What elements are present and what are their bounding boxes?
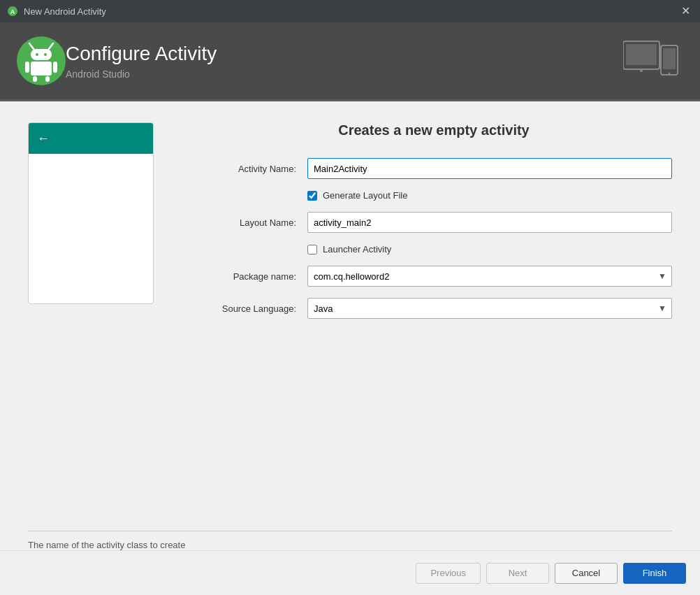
content-area: ← Creates a new empty activity Activity …	[0, 101, 700, 531]
generate-layout-checkbox[interactable]	[307, 191, 317, 201]
svg-point-18	[669, 73, 671, 75]
launcher-activity-row: Launcher Activity	[307, 244, 672, 255]
package-name-select[interactable]: com.cq.helloword2	[307, 266, 672, 287]
layout-name-input[interactable]	[307, 212, 672, 233]
svg-rect-12	[45, 76, 50, 82]
form-area: Creates a new empty activity Activity Na…	[196, 122, 672, 510]
header: Configure Activity Android Studio	[0, 22, 700, 99]
svg-point-6	[36, 53, 38, 56]
page-title: Configure Activity	[66, 42, 217, 66]
svg-point-7	[44, 53, 47, 56]
window-title: New Android Activity	[24, 6, 106, 17]
form-title: Creates a new empty activity	[196, 122, 672, 138]
android-studio-icon: A	[7, 6, 18, 17]
svg-rect-8	[31, 62, 52, 76]
close-button[interactable]: ✕	[678, 4, 693, 18]
next-button[interactable]: Next	[486, 563, 549, 584]
header-text: Configure Activity Android Studio	[66, 42, 217, 80]
layout-name-label: Layout Name:	[196, 217, 307, 228]
page-subtitle: Android Studio	[66, 69, 217, 80]
activity-name-row: Activity Name:	[196, 158, 672, 179]
package-name-label: Package name:	[196, 271, 307, 282]
main-content: ← Creates a new empty activity Activity …	[0, 101, 700, 550]
activity-name-label: Activity Name:	[196, 164, 307, 174]
source-language-dropdown-wrapper: Java Kotlin ▼	[307, 298, 672, 319]
svg-rect-14	[626, 44, 657, 65]
package-name-dropdown-wrapper: com.cq.helloword2 ▼	[307, 266, 672, 287]
footer: Previous Next Cancel Finish	[0, 550, 700, 595]
device-preview-icon	[623, 38, 679, 80]
hint-text: The name of the activity class to create	[28, 540, 672, 550]
back-arrow-icon: ←	[37, 131, 50, 146]
phone-top-bar: ←	[29, 123, 153, 154]
title-bar: A New Android Activity ✕	[0, 0, 700, 22]
bottom-divider	[28, 531, 672, 531]
source-language-label: Source Language:	[196, 303, 307, 314]
svg-rect-11	[33, 76, 37, 82]
svg-rect-9	[25, 62, 29, 73]
layout-name-row: Layout Name:	[196, 212, 672, 233]
device-icons	[623, 38, 679, 83]
svg-text:A: A	[10, 8, 15, 15]
finish-button[interactable]: Finish	[623, 563, 686, 584]
bottom-hint-area: The name of the activity class to create	[0, 531, 700, 550]
svg-rect-10	[53, 62, 57, 73]
android-studio-logo	[17, 36, 66, 85]
launcher-activity-label: Launcher Activity	[323, 244, 391, 255]
svg-rect-17	[663, 48, 676, 69]
generate-layout-row: Generate Layout File	[307, 190, 672, 201]
preview-panel: ←	[28, 122, 168, 510]
generate-layout-label: Generate Layout File	[323, 190, 407, 201]
source-language-select[interactable]: Java Kotlin	[307, 298, 672, 319]
package-name-row: Package name: com.cq.helloword2 ▼	[196, 266, 672, 287]
previous-button[interactable]: Previous	[416, 563, 481, 584]
activity-name-input[interactable]	[307, 158, 672, 179]
svg-rect-5	[31, 49, 52, 60]
svg-point-15	[640, 69, 643, 72]
cancel-button[interactable]: Cancel	[555, 563, 618, 584]
svg-point-2	[17, 36, 66, 85]
phone-preview: ←	[28, 122, 154, 304]
source-language-row: Source Language: Java Kotlin ▼	[196, 298, 672, 319]
launcher-activity-checkbox[interactable]	[307, 245, 317, 255]
